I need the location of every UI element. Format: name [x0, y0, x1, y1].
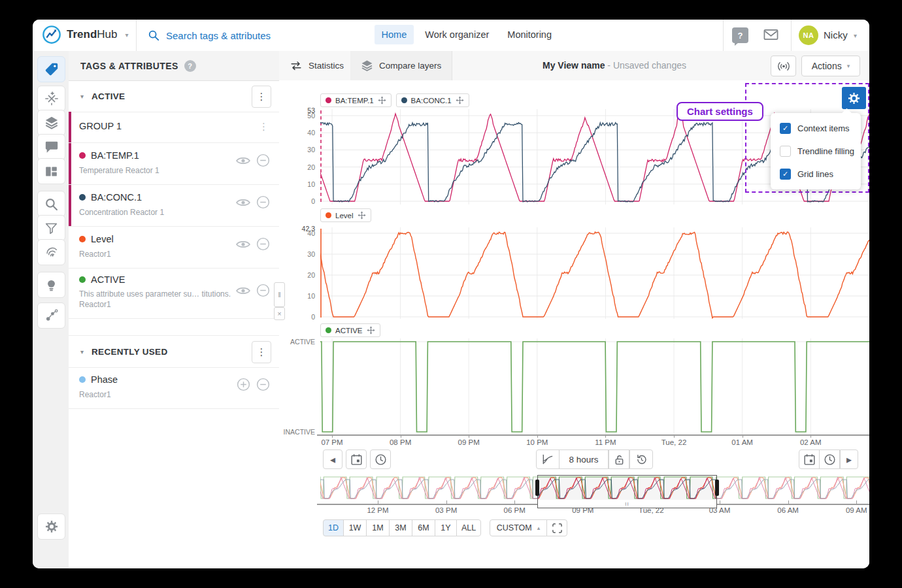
eye-icon[interactable] [236, 240, 250, 249]
rail-settings-button[interactable] [37, 514, 65, 540]
tag-row-phase[interactable]: Phase Reactor1 [69, 367, 279, 409]
custom-range-frame-button[interactable] [546, 519, 567, 536]
minimap-selection-window[interactable] [537, 475, 717, 500]
pan-right-button[interactable]: ▸ [840, 449, 858, 469]
move-icon[interactable] [378, 96, 386, 105]
trend-chip-active[interactable]: ACTIVE [320, 323, 380, 337]
checkbox-icon[interactable]: ✓ [780, 123, 791, 134]
trend-chip-ba-temp1[interactable]: BA:TEMP.1 [320, 93, 392, 107]
chart-settings-button[interactable] [842, 87, 866, 109]
time-tick-label: 01 AM [715, 438, 770, 446]
minimap-selection-right-handle[interactable] [715, 480, 719, 496]
move-icon[interactable] [367, 326, 375, 335]
minimap-tick [514, 500, 515, 504]
range-tab-1d[interactable]: 1D [323, 519, 344, 536]
rail-layers-button[interactable] [37, 110, 65, 136]
rail-filter-button[interactable] [37, 215, 65, 241]
mail-icon[interactable] [763, 29, 778, 41]
eye-icon[interactable] [236, 156, 250, 165]
range-tab-all[interactable]: ALL [456, 519, 481, 536]
add-tag-icon[interactable] [237, 378, 250, 391]
start-calendar-button[interactable] [346, 449, 367, 469]
y-tick-label: 40 [279, 128, 315, 137]
checkbox-icon[interactable]: ✓ [780, 169, 791, 180]
pan-left-button[interactable]: ◂ [323, 449, 342, 469]
panel-resize-handle[interactable]: ‖ [274, 282, 285, 307]
rail-comments-button[interactable] [37, 134, 65, 160]
minimap-selection-drag-bar[interactable]: II [537, 500, 717, 508]
eye-icon[interactable] [236, 198, 250, 207]
range-tab-6m[interactable]: 6M [412, 519, 435, 536]
nav-work-organizer[interactable]: Work organizer [418, 25, 496, 44]
rail-search-button[interactable] [37, 191, 65, 217]
tab-statistics[interactable]: Statistics [279, 51, 355, 80]
chart-active-state[interactable] [320, 338, 869, 435]
chevron-down-icon[interactable]: ▾ [854, 32, 857, 39]
trend-chip-level[interactable]: Level [320, 208, 371, 222]
nav-monitoring[interactable]: Monitoring [500, 25, 559, 44]
tab-compare-layers[interactable]: Compare layers [350, 51, 452, 80]
lock-duration-button[interactable] [609, 449, 629, 469]
tag-row-ba-conc1[interactable]: BA:CONC.1 Concentration Reactor 1 [69, 184, 279, 227]
range-tab-1w[interactable]: 1W [343, 519, 367, 536]
range-tab-1m[interactable]: 1M [366, 519, 390, 536]
range-tab-3m[interactable]: 3M [389, 519, 412, 536]
global-search[interactable]: Search tags & attributes [148, 20, 271, 51]
user-name[interactable]: Nicky [824, 29, 848, 41]
group-menu-icon[interactable]: ⋮ [259, 121, 269, 133]
section-active-title: ACTIVE [92, 91, 125, 101]
user-avatar[interactable]: NA [799, 25, 818, 45]
range-tab-1y[interactable]: 1Y [435, 519, 457, 536]
rail-tags-button[interactable] [37, 56, 65, 82]
end-calendar-button[interactable] [799, 449, 820, 469]
tag-row-level[interactable]: Level Reactor1 [69, 226, 279, 269]
option-trendline-filling[interactable]: Trendline filling [771, 140, 861, 163]
section-recently-used-menu-button[interactable]: ⋮ [252, 341, 271, 363]
rail-dashboard-button[interactable] [37, 158, 65, 184]
collapse-caret-icon[interactable]: ▾ [80, 348, 84, 355]
collapse-caret-icon[interactable]: ▾ [80, 93, 84, 100]
view-title: My View name - Unsaved changes [543, 60, 686, 71]
custom-label: CUSTOM [497, 523, 532, 532]
panel-collapse-button[interactable]: × [274, 307, 285, 320]
remove-tag-icon[interactable] [256, 378, 270, 391]
chip-label: Level [335, 212, 354, 220]
move-icon[interactable] [358, 211, 366, 220]
search-input[interactable]: Search tags & attributes [166, 30, 271, 41]
minimap-selection-left-handle[interactable] [535, 480, 539, 496]
range-tab-custom[interactable]: CUSTOM▴ [490, 519, 547, 536]
remove-tag-icon[interactable] [256, 284, 270, 297]
remove-tag-icon[interactable] [256, 195, 270, 209]
chart-level[interactable] [320, 227, 869, 319]
rail-formulas-button[interactable] [37, 86, 65, 112]
duration-button[interactable]: 8 hours [559, 449, 609, 469]
tags-panel-title: TAGS & ATTRIBUTES [80, 61, 178, 71]
actions-button[interactable]: Actions ▾ [801, 56, 860, 76]
history-button[interactable] [629, 449, 653, 469]
rail-recommendations-button[interactable] [37, 272, 65, 298]
remove-tag-icon[interactable] [256, 237, 270, 251]
rail-fingerprint-button[interactable] [37, 239, 65, 265]
move-icon[interactable] [456, 96, 464, 105]
help-icon[interactable]: ? [732, 27, 748, 43]
rail-context-graph-button[interactable] [37, 302, 65, 329]
tag-row-ba-temp1[interactable]: BA:TEMP.1 Temperature Reactor 1 [69, 142, 279, 185]
section-active-menu-button[interactable]: ⋮ [252, 86, 271, 108]
tag-row-active[interactable]: ACTIVE This attribute uses parameter su…… [69, 268, 279, 319]
panel-help-icon[interactable]: ? [184, 60, 196, 72]
option-grid-lines[interactable]: ✓Grid lines [771, 163, 861, 186]
tag-color-dot [79, 236, 86, 242]
checkbox-icon[interactable] [780, 146, 791, 157]
gear-icon [44, 519, 59, 534]
option-context-items[interactable]: ✓Context items [771, 117, 861, 140]
nav-home[interactable]: Home [375, 25, 414, 44]
trend-snapshot-button[interactable] [536, 449, 560, 469]
app-logo-menu[interactable]: TrendHub ▾ [42, 25, 129, 44]
trend-chip-ba-conc1[interactable]: BA:CONC.1 [396, 93, 469, 107]
remove-tag-icon[interactable] [256, 154, 270, 167]
end-time-button[interactable] [819, 449, 840, 469]
eye-icon[interactable] [236, 286, 250, 295]
start-time-button[interactable] [370, 449, 391, 469]
group-row[interactable]: GROUP 1 ⋮ [69, 112, 279, 143]
live-mode-button[interactable] [771, 56, 796, 76]
